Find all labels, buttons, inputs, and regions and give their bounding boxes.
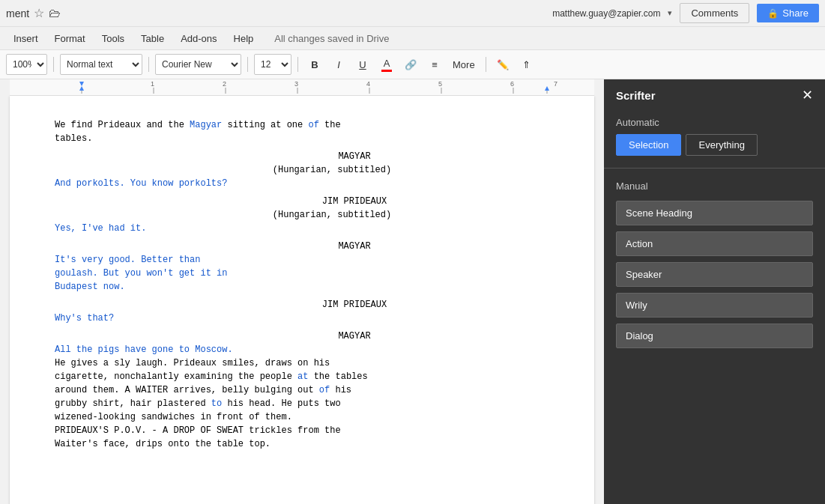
top-bar: ment ☆ 🗁 matthew.guay@zapier.com ▾ Comme… bbox=[0, 0, 825, 27]
line-7: (Hungarian, subtitled) bbox=[55, 208, 549, 222]
bold-button[interactable]: B bbox=[304, 54, 325, 75]
scrifter-automatic-section: Automatic Selection Everything bbox=[604, 111, 825, 168]
line-9: MAGYAR bbox=[55, 240, 549, 253]
manual-buttons: Scene Heading Action Speaker Wrily Dialo… bbox=[616, 201, 813, 348]
link-button[interactable]: 🔗 bbox=[400, 54, 421, 75]
star-icon[interactable]: ☆ bbox=[34, 6, 44, 20]
line-15: MAGYAR bbox=[55, 330, 549, 343]
line-13: JIM PRIDEAUX bbox=[55, 298, 549, 312]
pen-button[interactable]: ✏️ bbox=[492, 54, 513, 75]
doc-title-area: ment ☆ 🗁 bbox=[6, 6, 61, 20]
line-19: around them. A WAITER arrives, belly bul… bbox=[55, 383, 549, 397]
toolbar-separator-2 bbox=[148, 57, 149, 72]
top-bar-right: matthew.guay@zapier.com ▾ Comments 🔒 Sha… bbox=[552, 3, 819, 23]
toolbar-separator-3 bbox=[247, 57, 248, 72]
ruler: 1 2 3 4 5 6 7 bbox=[10, 79, 594, 96]
text-color-button[interactable]: A bbox=[376, 54, 397, 75]
scrifter-close-button[interactable]: ✕ bbox=[802, 88, 813, 102]
line-20: grubby shirt, hair plastered to his head… bbox=[55, 397, 549, 410]
line-11: goulash. But you won't get it in bbox=[55, 267, 549, 280]
line-23: Waiter's face, drips onto the table top. bbox=[55, 437, 549, 451]
line-8: Yes, I've had it. bbox=[55, 222, 549, 235]
screenplay-content[interactable]: We find Prideaux and the Magyar sitting … bbox=[55, 118, 549, 451]
selection-button[interactable]: Selection bbox=[616, 134, 681, 156]
toolbar: 100% Normal text Courier New 12 B I U A … bbox=[0, 49, 825, 79]
line-3: MAGYAR bbox=[55, 150, 549, 163]
svg-text:2: 2 bbox=[223, 80, 226, 88]
lock-icon: 🔒 bbox=[767, 8, 779, 19]
scrifter-header: Scrifter ✕ bbox=[604, 79, 825, 111]
line-4: (Hungarian, subtitled) bbox=[55, 163, 549, 177]
automatic-btn-row: Selection Everything bbox=[616, 134, 813, 156]
ruler-svg: 1 2 3 4 5 6 7 bbox=[10, 79, 594, 94]
scene-heading-button[interactable]: Scene Heading bbox=[616, 201, 813, 225]
menu-tools[interactable]: Tools bbox=[94, 30, 132, 47]
folder-icon[interactable]: 🗁 bbox=[49, 7, 61, 20]
svg-text:3: 3 bbox=[294, 80, 298, 88]
user-email: matthew.guay@zapier.com bbox=[552, 8, 660, 19]
top-bar-left: ment ☆ 🗁 bbox=[6, 6, 61, 20]
line-22: PRIDEAUX'S P.O.V. - A DROP OF SWEAT tric… bbox=[55, 424, 549, 437]
dialog-button[interactable]: Dialog bbox=[616, 324, 813, 348]
scrifter-title: Scrifter bbox=[616, 89, 656, 102]
line-10: It's very good. Better than bbox=[55, 253, 549, 267]
line-14: Why's that? bbox=[55, 312, 549, 325]
toolbar-separator-1 bbox=[53, 57, 54, 72]
list-button[interactable]: ≡ bbox=[424, 54, 445, 75]
line-21: wizened-looking sandwiches in front of t… bbox=[55, 410, 549, 424]
svg-text:1: 1 bbox=[151, 80, 154, 88]
speaker-button[interactable]: Speaker bbox=[616, 262, 813, 287]
line-1: We find Prideaux and the Magyar sitting … bbox=[55, 118, 549, 132]
comments-button[interactable]: Comments bbox=[680, 3, 749, 23]
everything-button[interactable]: Everything bbox=[686, 134, 757, 156]
collapse-button[interactable]: ⇑ bbox=[516, 54, 537, 75]
autosave-message: All changes saved in Drive bbox=[274, 33, 389, 44]
toolbar-separator-4 bbox=[297, 57, 298, 72]
share-label: Share bbox=[782, 7, 809, 19]
svg-text:4: 4 bbox=[366, 80, 370, 88]
svg-text:7: 7 bbox=[554, 80, 557, 88]
line-16: All the pigs have gone to Moscow. bbox=[55, 343, 549, 356]
share-button[interactable]: 🔒 Share bbox=[757, 4, 819, 22]
more-button[interactable]: More bbox=[448, 54, 480, 75]
menu-table[interactable]: Table bbox=[133, 30, 172, 47]
main-area: 1 2 3 4 5 6 7 We find Prideaux and the M… bbox=[0, 79, 825, 504]
doc-area[interactable]: 1 2 3 4 5 6 7 We find Prideaux and the M… bbox=[0, 79, 604, 504]
line-5: And porkolts. You know porkolts? bbox=[55, 177, 549, 190]
doc-title: ment bbox=[6, 7, 29, 19]
svg-text:6: 6 bbox=[510, 80, 514, 88]
action-button[interactable]: Action bbox=[616, 231, 813, 256]
italic-button[interactable]: I bbox=[328, 54, 349, 75]
color-bar bbox=[381, 70, 392, 72]
line-18: cigarette, nonchalantly examining the pe… bbox=[55, 370, 549, 383]
size-select[interactable]: 12 bbox=[254, 54, 291, 75]
manual-label: Manual bbox=[616, 180, 813, 192]
user-caret-icon[interactable]: ▾ bbox=[668, 8, 672, 18]
style-select[interactable]: Normal text bbox=[60, 54, 142, 75]
font-select[interactable]: Courier New bbox=[155, 54, 241, 75]
underline-button[interactable]: U bbox=[352, 54, 373, 75]
wrily-button[interactable]: Wrily bbox=[616, 293, 813, 318]
zoom-select[interactable]: 100% bbox=[6, 54, 47, 75]
page: We find Prideaux and the Magyar sitting … bbox=[10, 96, 594, 504]
automatic-label: Automatic bbox=[616, 117, 813, 128]
line-12: Budapest now. bbox=[55, 280, 549, 294]
scrifter-manual-section: Manual Scene Heading Action Speaker Wril… bbox=[604, 168, 825, 360]
line-17: He gives a sly laugh. Prideaux smiles, d… bbox=[55, 356, 549, 370]
svg-rect-0 bbox=[10, 79, 594, 94]
toolbar-separator-5 bbox=[486, 57, 486, 72]
menu-format[interactable]: Format bbox=[47, 30, 93, 47]
line-6: JIM PRIDEAUX bbox=[55, 195, 549, 208]
line-2: tables. bbox=[55, 132, 549, 145]
text-color-label: A bbox=[384, 58, 390, 69]
menu-bar: Insert Format Tools Table Add-ons Help A… bbox=[0, 27, 825, 49]
menu-addons[interactable]: Add-ons bbox=[173, 30, 224, 47]
menu-insert[interactable]: Insert bbox=[6, 30, 46, 47]
menu-help[interactable]: Help bbox=[226, 30, 262, 47]
scrifter-panel: Scrifter ✕ Automatic Selection Everythin… bbox=[604, 79, 825, 504]
svg-text:5: 5 bbox=[438, 80, 442, 88]
